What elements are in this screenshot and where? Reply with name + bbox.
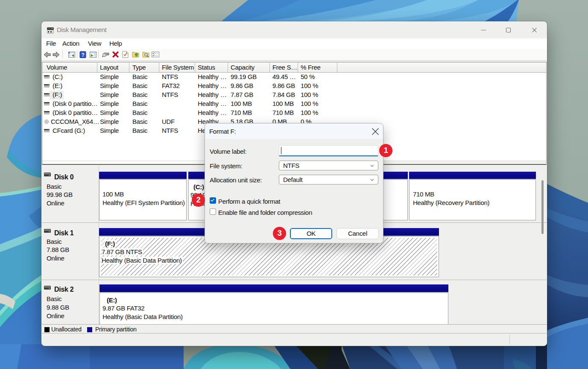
svg-text:?: ? — [81, 52, 84, 58]
